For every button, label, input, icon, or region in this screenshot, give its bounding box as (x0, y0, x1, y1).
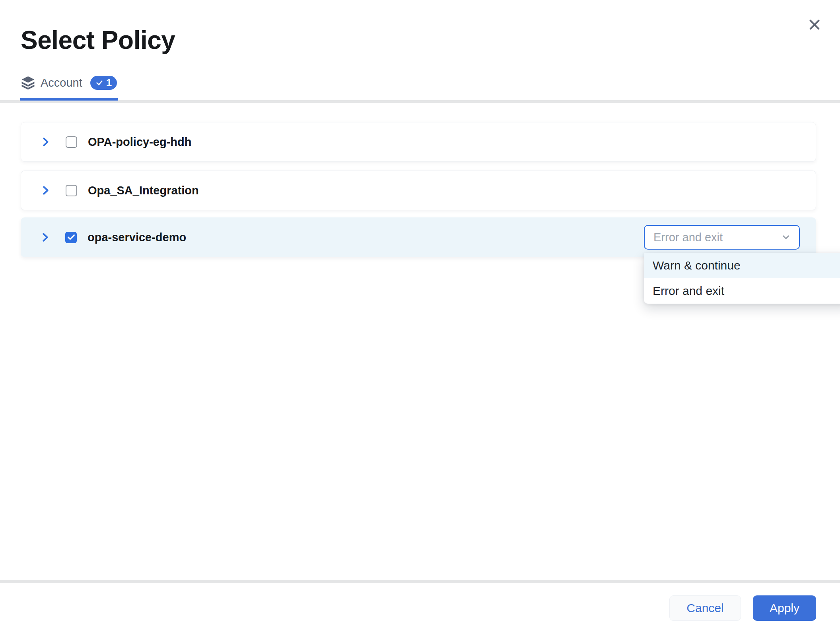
policy-name: Opa_SA_Integration (88, 184, 199, 197)
policy-checkbox[interactable] (66, 136, 77, 148)
layers-icon (21, 76, 35, 89)
selected-count-badge: 1 (90, 76, 117, 90)
policy-row: Opa_SA_Integration (21, 171, 816, 210)
apply-button[interactable]: Apply (753, 595, 816, 621)
tab-account-label: Account (41, 76, 82, 89)
chevron-right-icon[interactable] (39, 184, 51, 196)
active-tab-underline (20, 98, 118, 101)
check-icon (95, 79, 103, 87)
close-icon[interactable] (805, 15, 824, 34)
tab-account[interactable]: Account 1 (21, 74, 117, 91)
policy-row: OPA-policy-eg-hdh (21, 122, 816, 162)
badge-count: 1 (106, 77, 112, 89)
footer-divider (0, 580, 840, 583)
cancel-button[interactable]: Cancel (669, 595, 741, 621)
policy-name: OPA-policy-eg-hdh (88, 136, 191, 149)
policy-name: opa-service-demo (88, 231, 186, 244)
select-policy-modal: Select Policy Account 1 (0, 0, 840, 628)
failure-strategy-select[interactable]: Error and exit (644, 225, 800, 250)
failure-strategy-menu: Warn & continue Error and exit (644, 253, 840, 304)
chevron-down-icon (781, 232, 791, 242)
chevron-right-icon[interactable] (39, 231, 51, 243)
select-value: Error and exit (653, 231, 723, 244)
policy-row-selected: opa-service-demo Error and exit (21, 217, 816, 257)
policy-checkbox[interactable] (66, 185, 77, 196)
tabs-divider (0, 100, 840, 103)
page-title: Select Policy (21, 25, 175, 55)
dropdown-option[interactable]: Warn & continue (644, 253, 840, 278)
chevron-right-icon[interactable] (39, 136, 51, 148)
policy-checkbox[interactable] (65, 232, 77, 243)
dropdown-option[interactable]: Error and exit (644, 278, 840, 304)
